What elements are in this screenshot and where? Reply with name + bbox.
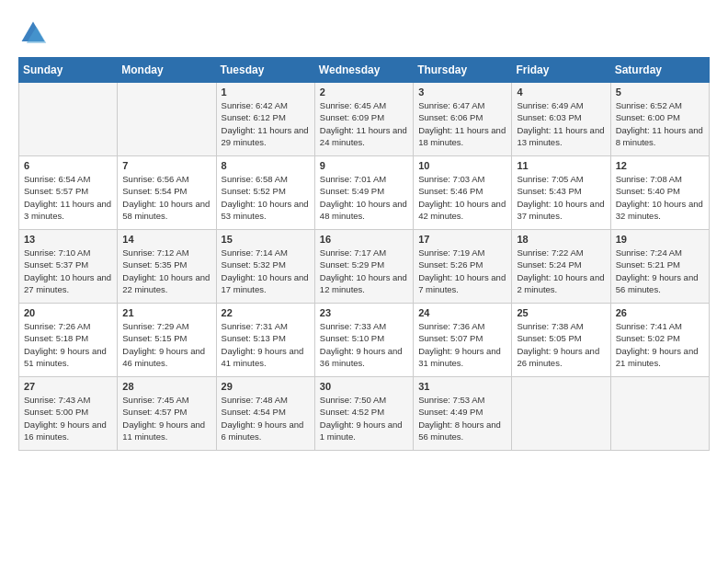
calendar-cell: 8Sunrise: 6:58 AMSunset: 5:52 PMDaylight…: [216, 156, 314, 230]
day-number: 25: [517, 307, 605, 318]
calendar-week-row: 27Sunrise: 7:43 AMSunset: 5:00 PMDayligh…: [19, 377, 710, 451]
calendar-week-row: 1Sunrise: 6:42 AMSunset: 6:12 PMDaylight…: [19, 83, 710, 156]
day-info: Sunrise: 6:45 AMSunset: 6:09 PMDaylight:…: [320, 99, 408, 148]
calendar-week-row: 6Sunrise: 6:54 AMSunset: 5:57 PMDaylight…: [19, 156, 710, 230]
calendar-cell: 2Sunrise: 6:45 AMSunset: 6:09 PMDaylight…: [314, 83, 413, 156]
day-number: 11: [517, 160, 605, 171]
day-info: Sunrise: 6:49 AMSunset: 6:03 PMDaylight:…: [517, 99, 605, 148]
calendar-cell: 23Sunrise: 7:33 AMSunset: 5:10 PMDayligh…: [314, 304, 413, 377]
calendar-cell: 12Sunrise: 7:08 AMSunset: 5:40 PMDayligh…: [610, 156, 709, 230]
day-number: 16: [320, 234, 408, 245]
day-number: 7: [122, 160, 210, 171]
calendar-header: SundayMondayTuesdayWednesdayThursdayFrid…: [19, 58, 710, 83]
day-number: 9: [320, 160, 408, 171]
calendar-cell: [512, 377, 610, 451]
calendar-cell: 25Sunrise: 7:38 AMSunset: 5:05 PMDayligh…: [512, 304, 610, 377]
weekday-header-tuesday: Tuesday: [216, 58, 314, 83]
day-number: 4: [517, 86, 605, 98]
day-number: 5: [616, 86, 704, 98]
day-number: 30: [320, 381, 408, 392]
day-info: Sunrise: 7:12 AMSunset: 5:35 PMDaylight:…: [122, 247, 210, 295]
calendar-cell: 21Sunrise: 7:29 AMSunset: 5:15 PMDayligh…: [118, 304, 216, 377]
day-info: Sunrise: 7:38 AMSunset: 5:05 PMDaylight:…: [517, 320, 605, 369]
day-info: Sunrise: 7:17 AMSunset: 5:29 PMDaylight:…: [320, 247, 408, 295]
day-number: 12: [616, 160, 704, 171]
calendar-cell: 24Sunrise: 7:36 AMSunset: 5:07 PMDayligh…: [414, 304, 512, 377]
day-number: 23: [320, 307, 408, 318]
calendar-cell: 28Sunrise: 7:45 AMSunset: 4:57 PMDayligh…: [118, 377, 216, 451]
day-info: Sunrise: 7:53 AMSunset: 4:49 PMDaylight:…: [418, 394, 506, 442]
day-info: Sunrise: 7:05 AMSunset: 5:43 PMDaylight:…: [517, 173, 605, 222]
calendar-cell: 9Sunrise: 7:01 AMSunset: 5:49 PMDaylight…: [314, 156, 413, 230]
weekday-header-saturday: Saturday: [610, 58, 709, 83]
day-number: 2: [320, 86, 408, 98]
calendar-cell: [118, 83, 216, 156]
day-info: Sunrise: 6:56 AMSunset: 5:54 PMDaylight:…: [122, 173, 210, 222]
calendar-week-row: 20Sunrise: 7:26 AMSunset: 5:18 PMDayligh…: [19, 304, 710, 377]
day-info: Sunrise: 7:10 AMSunset: 5:37 PMDaylight:…: [24, 247, 112, 295]
day-info: Sunrise: 7:08 AMSunset: 5:40 PMDaylight:…: [616, 173, 704, 222]
calendar-cell: 10Sunrise: 7:03 AMSunset: 5:46 PMDayligh…: [414, 156, 512, 230]
calendar-cell: 26Sunrise: 7:41 AMSunset: 5:02 PMDayligh…: [610, 304, 709, 377]
weekday-header-row: SundayMondayTuesdayWednesdayThursdayFrid…: [19, 58, 710, 83]
day-info: Sunrise: 6:58 AMSunset: 5:52 PMDaylight:…: [222, 173, 310, 222]
day-info: Sunrise: 7:41 AMSunset: 5:02 PMDaylight:…: [616, 320, 704, 369]
calendar-cell: 20Sunrise: 7:26 AMSunset: 5:18 PMDayligh…: [19, 304, 118, 377]
day-info: Sunrise: 7:24 AMSunset: 5:21 PMDaylight:…: [616, 247, 704, 295]
calendar-cell: 7Sunrise: 6:56 AMSunset: 5:54 PMDaylight…: [118, 156, 216, 230]
day-number: 3: [418, 86, 506, 98]
day-info: Sunrise: 6:42 AMSunset: 6:12 PMDaylight:…: [222, 99, 310, 148]
weekday-header-monday: Monday: [118, 58, 216, 83]
calendar-cell: [610, 377, 709, 451]
day-number: 8: [222, 160, 310, 171]
day-number: 22: [222, 307, 310, 318]
weekday-header-thursday: Thursday: [414, 58, 512, 83]
day-info: Sunrise: 6:54 AMSunset: 5:57 PMDaylight:…: [24, 173, 112, 222]
day-number: 15: [222, 234, 310, 245]
calendar-cell: 19Sunrise: 7:24 AMSunset: 5:21 PMDayligh…: [610, 230, 709, 304]
day-number: 19: [616, 234, 704, 245]
calendar-cell: 29Sunrise: 7:48 AMSunset: 4:54 PMDayligh…: [216, 377, 314, 451]
day-number: 27: [24, 381, 112, 392]
calendar-cell: 16Sunrise: 7:17 AMSunset: 5:29 PMDayligh…: [314, 230, 413, 304]
calendar-cell: 6Sunrise: 6:54 AMSunset: 5:57 PMDaylight…: [19, 156, 118, 230]
day-info: Sunrise: 7:43 AMSunset: 5:00 PMDaylight:…: [24, 394, 112, 442]
calendar-week-row: 13Sunrise: 7:10 AMSunset: 5:37 PMDayligh…: [19, 230, 710, 304]
day-number: 31: [418, 381, 506, 392]
calendar-cell: 31Sunrise: 7:53 AMSunset: 4:49 PMDayligh…: [414, 377, 512, 451]
logo: [18, 18, 53, 48]
calendar-cell: 30Sunrise: 7:50 AMSunset: 4:52 PMDayligh…: [314, 377, 413, 451]
day-info: Sunrise: 7:29 AMSunset: 5:15 PMDaylight:…: [122, 320, 210, 369]
day-number: 6: [24, 160, 112, 171]
day-info: Sunrise: 6:52 AMSunset: 6:00 PMDaylight:…: [616, 99, 704, 148]
calendar-cell: 1Sunrise: 6:42 AMSunset: 6:12 PMDaylight…: [216, 83, 314, 156]
calendar-cell: 18Sunrise: 7:22 AMSunset: 5:24 PMDayligh…: [512, 230, 610, 304]
day-info: Sunrise: 7:33 AMSunset: 5:10 PMDaylight:…: [320, 320, 408, 369]
day-number: 21: [122, 307, 210, 318]
day-number: 29: [222, 381, 310, 392]
day-number: 26: [616, 307, 704, 318]
day-number: 10: [418, 160, 506, 171]
calendar-cell: 4Sunrise: 6:49 AMSunset: 6:03 PMDaylight…: [512, 83, 610, 156]
calendar-cell: 13Sunrise: 7:10 AMSunset: 5:37 PMDayligh…: [19, 230, 118, 304]
day-info: Sunrise: 7:19 AMSunset: 5:26 PMDaylight:…: [418, 247, 506, 295]
calendar-cell: 11Sunrise: 7:05 AMSunset: 5:43 PMDayligh…: [512, 156, 610, 230]
calendar-cell: 3Sunrise: 6:47 AMSunset: 6:06 PMDaylight…: [414, 83, 512, 156]
calendar-cell: 22Sunrise: 7:31 AMSunset: 5:13 PMDayligh…: [216, 304, 314, 377]
day-info: Sunrise: 7:36 AMSunset: 5:07 PMDaylight:…: [418, 320, 506, 369]
weekday-header-sunday: Sunday: [19, 58, 118, 83]
day-info: Sunrise: 7:50 AMSunset: 4:52 PMDaylight:…: [320, 394, 408, 442]
day-number: 1: [222, 86, 310, 98]
calendar-cell: 27Sunrise: 7:43 AMSunset: 5:00 PMDayligh…: [19, 377, 118, 451]
calendar-body: 1Sunrise: 6:42 AMSunset: 6:12 PMDaylight…: [19, 83, 710, 451]
day-info: Sunrise: 7:26 AMSunset: 5:18 PMDaylight:…: [24, 320, 112, 369]
calendar-cell: 5Sunrise: 6:52 AMSunset: 6:00 PMDaylight…: [610, 83, 709, 156]
page-header: [18, 18, 710, 48]
day-info: Sunrise: 7:45 AMSunset: 4:57 PMDaylight:…: [122, 394, 210, 442]
day-number: 17: [418, 234, 506, 245]
day-info: Sunrise: 7:22 AMSunset: 5:24 PMDaylight:…: [517, 247, 605, 295]
day-number: 13: [24, 234, 112, 245]
calendar-cell: 15Sunrise: 7:14 AMSunset: 5:32 PMDayligh…: [216, 230, 314, 304]
day-number: 20: [24, 307, 112, 318]
day-info: Sunrise: 7:14 AMSunset: 5:32 PMDaylight:…: [222, 247, 310, 295]
